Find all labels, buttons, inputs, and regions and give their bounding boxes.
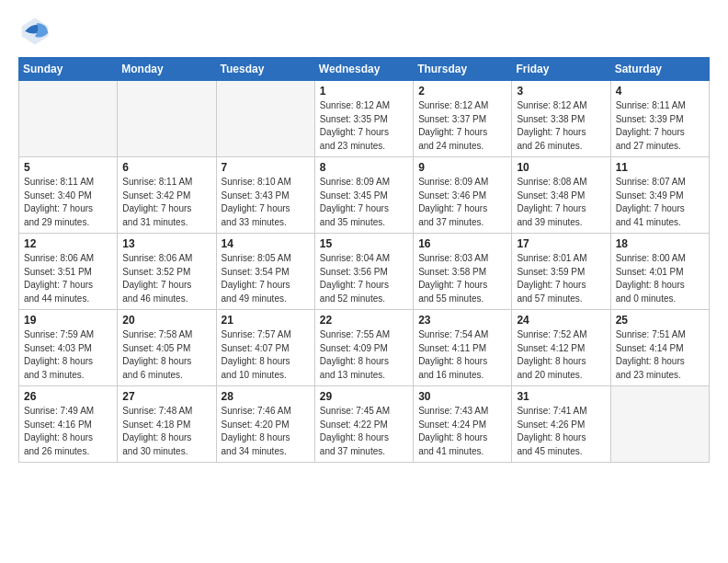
week-row-2: 5Sunrise: 8:11 AM Sunset: 3:40 PM Daylig…: [19, 157, 710, 234]
day-info: Sunrise: 7:43 AM Sunset: 4:24 PM Dayligh…: [418, 405, 506, 458]
calendar-cell: 3Sunrise: 8:12 AM Sunset: 3:38 PM Daylig…: [512, 81, 610, 157]
calendar-cell: 20Sunrise: 7:58 AM Sunset: 4:05 PM Dayli…: [118, 310, 216, 386]
day-number: 3: [517, 85, 605, 98]
day-info: Sunrise: 8:04 AM Sunset: 3:56 PM Dayligh…: [320, 252, 408, 305]
day-info: Sunrise: 7:58 AM Sunset: 4:05 PM Dayligh…: [122, 328, 210, 382]
day-number: 31: [517, 390, 605, 403]
weekday-header-tuesday: Tuesday: [216, 58, 314, 81]
day-number: 5: [24, 161, 112, 174]
calendar-cell: 18Sunrise: 8:00 AM Sunset: 4:01 PM Dayli…: [610, 234, 709, 310]
day-number: 15: [320, 237, 408, 250]
weekday-header-saturday: Saturday: [610, 58, 709, 81]
day-info: Sunrise: 8:07 AM Sunset: 3:49 PM Dayligh…: [616, 176, 704, 229]
calendar-cell: 21Sunrise: 7:57 AM Sunset: 4:07 PM Dayli…: [216, 310, 314, 386]
day-info: Sunrise: 7:54 AM Sunset: 4:11 PM Dayligh…: [418, 328, 506, 382]
week-row-3: 12Sunrise: 8:06 AM Sunset: 3:51 PM Dayli…: [19, 234, 710, 310]
calendar-cell: [216, 81, 314, 157]
week-row-4: 19Sunrise: 7:59 AM Sunset: 4:03 PM Dayli…: [19, 310, 710, 386]
day-number: 17: [517, 237, 605, 250]
day-info: Sunrise: 7:51 AM Sunset: 4:14 PM Dayligh…: [616, 328, 704, 382]
calendar-cell: 17Sunrise: 8:01 AM Sunset: 3:59 PM Dayli…: [512, 234, 610, 310]
day-number: 28: [222, 390, 310, 403]
day-info: Sunrise: 8:06 AM Sunset: 3:52 PM Dayligh…: [122, 252, 210, 305]
day-info: Sunrise: 8:11 AM Sunset: 3:39 PM Dayligh…: [616, 99, 704, 153]
day-number: 2: [418, 85, 506, 98]
logo: [18, 15, 55, 48]
calendar-cell: 22Sunrise: 7:55 AM Sunset: 4:09 PM Dayli…: [314, 310, 413, 386]
calendar-cell: 9Sunrise: 8:09 AM Sunset: 3:46 PM Daylig…: [414, 157, 512, 234]
header: [18, 15, 710, 48]
day-number: 22: [320, 314, 408, 327]
calendar-cell: 16Sunrise: 8:03 AM Sunset: 3:58 PM Dayli…: [414, 234, 512, 310]
day-number: 26: [24, 390, 112, 403]
day-info: Sunrise: 8:11 AM Sunset: 3:42 PM Dayligh…: [122, 176, 210, 229]
weekday-header-row: SundayMondayTuesdayWednesdayThursdayFrid…: [19, 58, 710, 81]
calendar-cell: [118, 81, 216, 157]
weekday-header-wednesday: Wednesday: [314, 58, 413, 81]
calendar-cell: 5Sunrise: 8:11 AM Sunset: 3:40 PM Daylig…: [19, 157, 118, 234]
day-number: 14: [222, 237, 310, 250]
day-info: Sunrise: 8:06 AM Sunset: 3:51 PM Dayligh…: [24, 252, 112, 305]
day-number: 1: [320, 85, 408, 98]
day-number: 24: [517, 314, 605, 327]
day-info: Sunrise: 7:55 AM Sunset: 4:09 PM Dayligh…: [320, 328, 408, 382]
day-number: 13: [122, 237, 210, 250]
week-row-5: 26Sunrise: 7:49 AM Sunset: 4:16 PM Dayli…: [19, 386, 710, 463]
weekday-header-thursday: Thursday: [414, 58, 512, 81]
week-row-1: 1Sunrise: 8:12 AM Sunset: 3:35 PM Daylig…: [19, 81, 710, 157]
calendar-cell: 2Sunrise: 8:12 AM Sunset: 3:37 PM Daylig…: [414, 81, 512, 157]
calendar-cell: 28Sunrise: 7:46 AM Sunset: 4:20 PM Dayli…: [216, 386, 314, 463]
day-number: 29: [320, 390, 408, 403]
day-number: 10: [517, 161, 605, 174]
day-info: Sunrise: 8:05 AM Sunset: 3:54 PM Dayligh…: [222, 252, 310, 305]
day-number: 8: [320, 161, 408, 174]
calendar-cell: 4Sunrise: 8:11 AM Sunset: 3:39 PM Daylig…: [610, 81, 709, 157]
day-info: Sunrise: 8:12 AM Sunset: 3:38 PM Dayligh…: [517, 99, 605, 153]
day-info: Sunrise: 7:49 AM Sunset: 4:16 PM Dayligh…: [24, 405, 112, 458]
day-info: Sunrise: 7:52 AM Sunset: 4:12 PM Dayligh…: [517, 328, 605, 382]
calendar-cell: 1Sunrise: 8:12 AM Sunset: 3:35 PM Daylig…: [314, 81, 413, 157]
calendar-cell: 7Sunrise: 8:10 AM Sunset: 3:43 PM Daylig…: [216, 157, 314, 234]
day-info: Sunrise: 7:46 AM Sunset: 4:20 PM Dayligh…: [222, 405, 310, 458]
calendar-cell: 6Sunrise: 8:11 AM Sunset: 3:42 PM Daylig…: [118, 157, 216, 234]
weekday-header-friday: Friday: [512, 58, 610, 81]
day-info: Sunrise: 7:48 AM Sunset: 4:18 PM Dayligh…: [122, 405, 210, 458]
calendar-cell: 29Sunrise: 7:45 AM Sunset: 4:22 PM Dayli…: [314, 386, 413, 463]
day-number: 25: [616, 314, 704, 327]
calendar-cell: 19Sunrise: 7:59 AM Sunset: 4:03 PM Dayli…: [19, 310, 118, 386]
calendar-cell: 26Sunrise: 7:49 AM Sunset: 4:16 PM Dayli…: [19, 386, 118, 463]
day-number: 27: [122, 390, 210, 403]
day-info: Sunrise: 7:45 AM Sunset: 4:22 PM Dayligh…: [320, 405, 408, 458]
calendar-cell: 14Sunrise: 8:05 AM Sunset: 3:54 PM Dayli…: [216, 234, 314, 310]
day-info: Sunrise: 8:09 AM Sunset: 3:46 PM Dayligh…: [418, 176, 506, 229]
page: SundayMondayTuesdayWednesdayThursdayFrid…: [0, 0, 728, 472]
day-number: 6: [122, 161, 210, 174]
calendar-cell: 23Sunrise: 7:54 AM Sunset: 4:11 PM Dayli…: [414, 310, 512, 386]
day-number: 12: [24, 237, 112, 250]
calendar-cell: 8Sunrise: 8:09 AM Sunset: 3:45 PM Daylig…: [314, 157, 413, 234]
calendar-cell: 15Sunrise: 8:04 AM Sunset: 3:56 PM Dayli…: [314, 234, 413, 310]
day-number: 16: [418, 237, 506, 250]
day-info: Sunrise: 7:41 AM Sunset: 4:26 PM Dayligh…: [517, 405, 605, 458]
day-info: Sunrise: 7:57 AM Sunset: 4:07 PM Dayligh…: [222, 328, 310, 382]
day-info: Sunrise: 8:12 AM Sunset: 3:37 PM Dayligh…: [418, 99, 506, 153]
day-number: 21: [222, 314, 310, 327]
day-number: 23: [418, 314, 506, 327]
calendar-cell: 27Sunrise: 7:48 AM Sunset: 4:18 PM Dayli…: [118, 386, 216, 463]
day-info: Sunrise: 8:12 AM Sunset: 3:35 PM Dayligh…: [320, 99, 408, 153]
day-number: 19: [24, 314, 112, 327]
calendar-cell: 25Sunrise: 7:51 AM Sunset: 4:14 PM Dayli…: [610, 310, 709, 386]
day-number: 4: [616, 85, 704, 98]
day-info: Sunrise: 8:10 AM Sunset: 3:43 PM Dayligh…: [222, 176, 310, 229]
calendar-cell: 11Sunrise: 8:07 AM Sunset: 3:49 PM Dayli…: [610, 157, 709, 234]
calendar-cell: [610, 386, 709, 463]
day-number: 7: [222, 161, 310, 174]
day-number: 11: [616, 161, 704, 174]
calendar-cell: 30Sunrise: 7:43 AM Sunset: 4:24 PM Dayli…: [414, 386, 512, 463]
weekday-header-monday: Monday: [118, 58, 216, 81]
day-info: Sunrise: 8:11 AM Sunset: 3:40 PM Dayligh…: [24, 176, 112, 229]
day-info: Sunrise: 8:03 AM Sunset: 3:58 PM Dayligh…: [418, 252, 506, 305]
calendar-cell: 12Sunrise: 8:06 AM Sunset: 3:51 PM Dayli…: [19, 234, 118, 310]
weekday-header-sunday: Sunday: [19, 58, 118, 81]
calendar-cell: [19, 81, 118, 157]
